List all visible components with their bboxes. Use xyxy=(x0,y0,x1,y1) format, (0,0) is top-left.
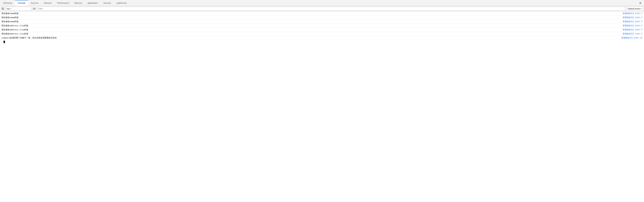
console-message: 我在修改address.city的值 xyxy=(2,32,620,35)
console-row: 我在修改address.city的值变现响应式2.html:7 xyxy=(0,28,644,32)
gear-icon: ⚙ xyxy=(639,2,642,5)
context-value: top xyxy=(7,8,10,10)
tab-application[interactable]: Application xyxy=(85,0,101,6)
tab-bar-left: Elements Console Sources Network Perform… xyxy=(1,0,130,6)
prompt-icon: › xyxy=(2,41,3,43)
console-row: 我在修改name的值变现响应式2.html:7 xyxy=(0,16,644,20)
console-source-link[interactable]: 变现响应式2.html:7 xyxy=(622,32,642,35)
level-label: Default levels xyxy=(628,8,640,10)
console-message: 我在修改address.city的值 xyxy=(2,24,620,27)
console-row: 我在修改name的值变现响应式2.html:7 xyxy=(0,20,644,24)
console-row: 我在修改address.city的值变现响应式2.html:7 xyxy=(0,32,644,36)
console-source-link[interactable]: 变现响应式2.html:7 xyxy=(622,28,642,31)
clear-icon xyxy=(2,8,4,10)
console-message: 我在修改name的值 xyxy=(2,16,620,19)
filter-input[interactable] xyxy=(38,8,624,10)
live-expressions-button[interactable] xyxy=(32,7,36,11)
tab-console[interactable]: Console xyxy=(15,0,28,6)
console-content: 我在修改name的值变现响应式2.html:7我在修改name的值变现响应式2.… xyxy=(0,12,644,202)
tab-sources[interactable]: Sources xyxy=(28,0,41,6)
tab-elements[interactable]: Elements xyxy=(1,0,15,6)
console-toolbar: top ▾ Default levels ▾ xyxy=(0,6,644,12)
cursor xyxy=(4,41,5,43)
console-message: 我在修改name的值 xyxy=(2,20,620,23)
console-row: compare监测到两个对象不一致，所以页面是需要重新渲染的变现响应式2.htm… xyxy=(0,36,644,40)
console-message: compare监测到两个对象不一致，所以页面是需要重新渲染的 xyxy=(2,37,618,39)
tab-security[interactable]: Security xyxy=(101,0,114,6)
console-row: 我在修改name的值变现响应式2.html:7 xyxy=(0,12,644,16)
tab-bar: Elements Console Sources Network Perform… xyxy=(0,0,644,6)
context-selector[interactable]: top ▾ xyxy=(6,7,32,11)
level-dropdown-arrow: ▾ xyxy=(641,8,642,10)
tab-memory[interactable]: Memory xyxy=(72,0,85,6)
console-source-link[interactable]: 变现响应式2.html:7 xyxy=(622,12,642,15)
settings-button[interactable]: ⚙ xyxy=(638,1,642,5)
tab-bar-right: ⚙ xyxy=(638,1,644,5)
svg-point-4 xyxy=(34,8,34,9)
eye-icon xyxy=(33,8,36,10)
console-prompt-row: › xyxy=(0,40,644,44)
clear-console-button[interactable] xyxy=(1,7,5,11)
filter-input-wrapper[interactable] xyxy=(37,7,625,11)
console-source-link[interactable]: 变现响应式2.html:7 xyxy=(622,24,642,27)
tab-lighthouse[interactable]: Lighthouse xyxy=(114,0,130,6)
console-message: 我在修改name的值 xyxy=(2,12,620,15)
console-source-link[interactable]: 变现响应式2.html:7 xyxy=(622,20,642,23)
console-source-link[interactable]: 变现响应式2.html:11 xyxy=(621,37,642,39)
tab-network[interactable]: Network xyxy=(41,0,54,6)
console-row: 我在修改address.city的值变现响应式2.html:7 xyxy=(0,24,644,28)
console-message: 我在修改address.city的值 xyxy=(2,28,620,31)
tab-performance[interactable]: Performance xyxy=(54,0,72,6)
context-dropdown-arrow: ▾ xyxy=(10,8,11,10)
log-level-selector[interactable]: Default levels ▾ xyxy=(626,7,643,11)
console-source-link[interactable]: 变现响应式2.html:7 xyxy=(622,16,642,19)
console-rows: 我在修改name的值变现响应式2.html:7我在修改name的值变现响应式2.… xyxy=(0,12,644,40)
